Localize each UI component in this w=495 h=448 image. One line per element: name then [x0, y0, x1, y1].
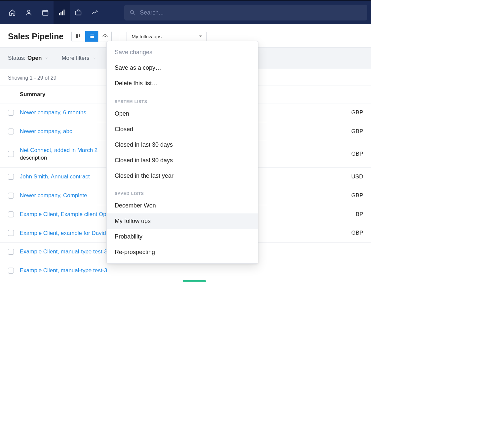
row-currency: GBP: [343, 192, 363, 199]
row-currency: GBP: [343, 230, 363, 236]
page-title: Sales Pipeline: [8, 32, 63, 41]
saved-list-selected: My follow ups: [132, 34, 162, 39]
board-view-button[interactable]: [72, 31, 85, 42]
more-filters[interactable]: More filters: [61, 55, 96, 61]
saved-list-item[interactable]: My follow ups: [107, 213, 258, 229]
system-list-item[interactable]: Closed in the last year: [107, 168, 258, 184]
saved-lists-header: SAVED LISTS: [107, 186, 258, 198]
svg-rect-10: [90, 35, 91, 35]
row-currency: USD: [343, 173, 363, 180]
row-checkbox[interactable]: [8, 268, 14, 274]
saved-list-dropdown[interactable]: My follow ups: [127, 31, 207, 42]
person-icon[interactable]: [20, 1, 37, 24]
search-box[interactable]: [124, 5, 367, 20]
svg-rect-9: [79, 34, 81, 37]
svg-rect-4: [62, 11, 63, 16]
search-icon: [130, 10, 135, 16]
row-currency: BP: [343, 211, 363, 218]
nav-icon-group: [4, 1, 103, 24]
system-list-item[interactable]: Closed: [107, 122, 258, 137]
svg-rect-8: [76, 34, 78, 38]
row-checkbox[interactable]: [8, 249, 14, 255]
svg-rect-6: [76, 11, 81, 15]
briefcase-icon[interactable]: [70, 1, 87, 24]
svg-rect-15: [91, 37, 94, 38]
dashboard-view-button[interactable]: [98, 31, 111, 42]
saved-list-item[interactable]: December Won: [107, 198, 258, 213]
svg-rect-5: [64, 10, 65, 15]
row-checkbox[interactable]: [8, 193, 14, 199]
system-list-item[interactable]: Closed in last 90 days: [107, 153, 258, 168]
row-currency: GBP: [343, 128, 363, 135]
divider: [119, 31, 119, 41]
calendar-icon[interactable]: [37, 1, 54, 24]
search-input[interactable]: [140, 9, 362, 16]
svg-rect-2: [59, 13, 60, 15]
svg-rect-11: [91, 35, 94, 35]
saved-list-dropdown-panel: Save changesSave as a copy…Delete this l…: [106, 41, 258, 264]
row-checkbox[interactable]: [8, 110, 14, 116]
row-checkbox[interactable]: [8, 174, 14, 180]
row-checkbox[interactable]: [8, 230, 14, 236]
chevron-down-icon: [93, 56, 96, 60]
row-summary-link[interactable]: Example Client, manual-type test-3: [20, 267, 343, 275]
progress-indicator: [183, 280, 206, 282]
top-nav: [0, 0, 371, 24]
search-container: [124, 5, 367, 20]
saved-list-item[interactable]: Re-prospecting: [107, 244, 258, 260]
pipeline-icon[interactable]: [54, 1, 70, 24]
svg-point-7: [130, 11, 133, 14]
status-filter[interactable]: Status: Open: [8, 55, 48, 61]
dropdown-action: Save changes: [107, 45, 258, 60]
svg-point-0: [27, 10, 30, 13]
row-checkbox[interactable]: [8, 129, 14, 134]
svg-rect-12: [90, 36, 91, 37]
list-view-button[interactable]: [85, 31, 98, 42]
more-filters-label: More filters: [61, 55, 89, 61]
status-filter-value: Open: [27, 55, 42, 61]
svg-rect-14: [90, 37, 91, 38]
chevron-down-icon: [45, 56, 48, 60]
svg-rect-1: [43, 11, 48, 16]
system-list-item[interactable]: Open: [107, 106, 258, 122]
system-list-item[interactable]: Closed in last 30 days: [107, 137, 258, 153]
row-checkbox[interactable]: [8, 151, 14, 157]
home-icon[interactable]: [4, 1, 20, 24]
table-row: Example Client, manual-type test-3: [0, 261, 371, 280]
row-currency: GBP: [343, 109, 363, 116]
system-lists-header: SYSTEM LISTS: [107, 94, 258, 106]
row-currency: GBP: [343, 151, 363, 157]
svg-rect-3: [60, 12, 61, 15]
saved-list-item[interactable]: Probability: [107, 229, 258, 244]
view-toggle-group: [71, 31, 112, 42]
column-summary[interactable]: Summary: [20, 91, 45, 98]
dropdown-action[interactable]: Delete this list…: [107, 76, 258, 91]
status-filter-label: Status:: [8, 55, 25, 61]
analytics-icon[interactable]: [87, 1, 103, 24]
svg-rect-13: [91, 36, 94, 37]
dropdown-action[interactable]: Save as a copy…: [107, 60, 258, 76]
row-checkbox[interactable]: [8, 211, 14, 217]
